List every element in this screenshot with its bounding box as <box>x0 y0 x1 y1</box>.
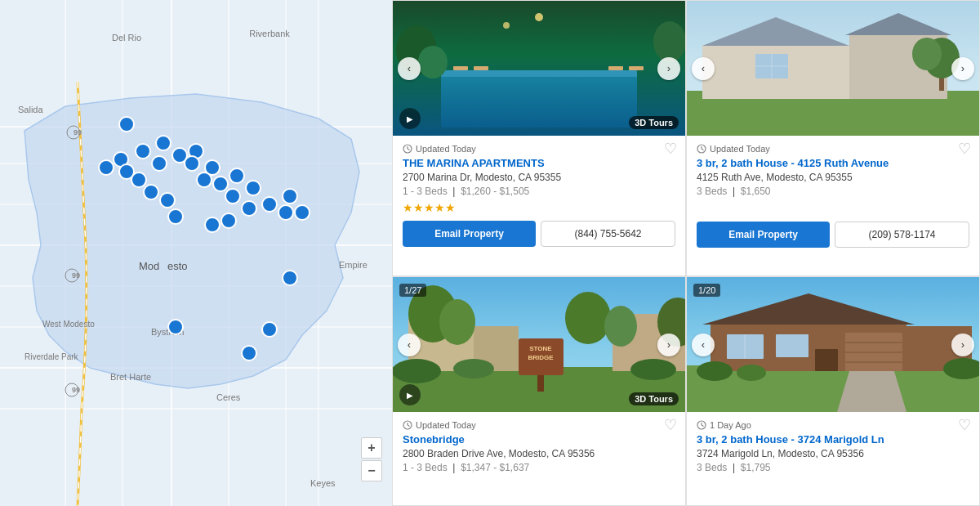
map-zoom-controls: + − <box>361 437 382 481</box>
svg-line-99 <box>702 149 704 150</box>
svg-point-96 <box>912 38 942 70</box>
svg-text:Riverdale Park: Riverdale Park <box>24 352 79 361</box>
svg-line-79 <box>408 149 410 150</box>
svg-point-136 <box>697 361 733 381</box>
updated-marina: Updated Today <box>403 144 675 154</box>
play-button-stonebridge[interactable]: ▶ <box>399 384 421 405</box>
listing-title-marina[interactable]: THE MARINA APARTMENTS <box>403 157 675 169</box>
listing-image-marigold: 1/20 ‹ › <box>687 277 979 412</box>
listing-title-stonebridge[interactable]: Stonebridge <box>403 433 675 446</box>
svg-marker-132 <box>837 371 906 412</box>
next-arrow-ruth[interactable]: › <box>951 57 974 80</box>
zoom-out-button[interactable]: − <box>361 460 382 481</box>
listing-address-stonebridge: 2800 Braden Drive Ave, Modesto, CA 95356 <box>403 448 675 459</box>
prev-arrow-stonebridge[interactable]: ‹ <box>398 334 421 356</box>
svg-text:Empire: Empire <box>339 260 368 270</box>
listing-actions-ruth: Email Property (209) 578-1174 <box>697 222 969 248</box>
svg-point-54 <box>278 205 293 220</box>
favorite-button-stonebridge[interactable]: ♡ <box>664 416 677 434</box>
svg-rect-71 <box>453 66 468 70</box>
svg-text:99: 99 <box>72 271 80 280</box>
svg-text:Ceres: Ceres <box>216 392 241 402</box>
listing-image-ruth: ‹ › <box>687 1 979 136</box>
next-arrow-stonebridge[interactable]: › <box>657 334 680 356</box>
svg-point-110 <box>439 299 475 345</box>
svg-point-57 <box>160 193 175 208</box>
listing-card-marina: ‹ › ▶ 3D Tours ♡ Updated Today THE MARIN… <box>392 0 686 276</box>
svg-rect-74 <box>629 66 644 70</box>
phone-button-ruth[interactable]: (209) 578-1174 <box>835 222 969 248</box>
listing-beds-price-marigold: 3 Beds | $1,795 <box>697 462 969 473</box>
svg-point-52 <box>283 189 297 204</box>
next-arrow-marina[interactable]: › <box>657 57 680 80</box>
email-property-button-ruth[interactable]: Email Property <box>697 222 830 248</box>
listing-title-ruth[interactable]: 3 br, 2 bath House - 4125 Ruth Avenue <box>697 157 969 169</box>
svg-point-37 <box>152 156 167 171</box>
svg-text:BRIDGE: BRIDGE <box>528 354 554 361</box>
svg-point-60 <box>221 213 236 228</box>
svg-text:Del Rio: Del Rio <box>112 33 141 43</box>
svg-point-137 <box>737 365 766 381</box>
map-container: 99 99 99 Del Rio Riverbank Salida Mod es… <box>0 0 392 506</box>
listing-info-marina: Updated Today THE MARINA APARTMENTS 2700… <box>393 136 685 257</box>
play-button-marina[interactable]: ▶ <box>399 108 421 129</box>
clock-icon-ruth <box>697 144 706 154</box>
listing-title-marigold[interactable]: 3 br, 2 bath House - 3724 Marigold Ln <box>697 433 969 446</box>
listing-address-ruth: 4125 Ruth Ave, Modesto, CA 95355 <box>697 172 969 183</box>
svg-point-70 <box>418 46 448 78</box>
svg-text:STONE: STONE <box>529 345 552 352</box>
favorite-button-marina[interactable]: ♡ <box>664 140 677 158</box>
svg-text:Mod: Mod <box>139 260 159 272</box>
favorite-button-ruth[interactable]: ♡ <box>958 140 971 158</box>
svg-text:99: 99 <box>74 128 82 137</box>
prev-arrow-marigold[interactable]: ‹ <box>692 334 715 356</box>
svg-text:99: 99 <box>72 386 80 394</box>
listing-info-stonebridge: Updated Today Stonebridge 2800 Braden Dr… <box>393 412 685 487</box>
svg-point-58 <box>168 209 183 224</box>
svg-text:Keyes: Keyes <box>310 478 336 488</box>
svg-rect-72 <box>474 66 488 70</box>
svg-point-36 <box>136 144 150 159</box>
svg-point-55 <box>131 172 146 187</box>
svg-point-111 <box>565 292 611 344</box>
next-arrow-marigold[interactable]: › <box>951 334 974 356</box>
svg-point-69 <box>653 21 685 62</box>
svg-point-114 <box>393 359 441 383</box>
phone-button-marina[interactable]: (844) 755-5642 <box>541 221 675 247</box>
svg-point-62 <box>168 320 183 334</box>
favorite-button-marigold[interactable]: ♡ <box>958 416 971 434</box>
svg-text:Bret Harte: Bret Harte <box>110 372 151 382</box>
svg-point-49 <box>225 189 240 204</box>
listing-card-ruth: ‹ › ♡ Updated Today 3 br, 2 bath House -… <box>686 0 980 276</box>
listing-card-stonebridge: STONE BRIDGE 1/27 ‹ › ▶ <box>392 276 686 506</box>
svg-point-75 <box>535 13 543 21</box>
svg-point-43 <box>185 156 199 171</box>
badge-3d-stonebridge: 3D Tours <box>629 392 679 405</box>
svg-rect-67 <box>441 70 637 77</box>
svg-point-76 <box>503 22 510 29</box>
prev-arrow-ruth[interactable]: ‹ <box>692 57 715 80</box>
clock-icon-stonebridge <box>403 420 412 430</box>
svg-point-53 <box>295 205 310 220</box>
clock-icon-marigold <box>697 420 706 430</box>
svg-point-50 <box>242 201 256 216</box>
listing-stars-marina: ★★★★★ <box>403 201 675 214</box>
svg-text:Riverbank: Riverbank <box>249 29 290 38</box>
email-property-button-marina[interactable]: Email Property <box>403 221 536 247</box>
image-counter-stonebridge: 1/27 <box>399 284 426 297</box>
listing-image-marina: ‹ › ▶ 3D Tours <box>393 1 685 136</box>
svg-rect-131 <box>815 349 838 371</box>
svg-point-64 <box>242 346 256 360</box>
listing-beds-price-marina: 1 - 3 Beds | $1,260 - $1,505 <box>403 186 675 197</box>
prev-arrow-marina[interactable]: ‹ <box>398 57 421 80</box>
updated-ruth: Updated Today <box>697 144 969 154</box>
svg-text:Salida: Salida <box>18 105 43 114</box>
svg-point-48 <box>246 181 261 195</box>
listings-grid: ‹ › ▶ 3D Tours ♡ Updated Today THE MARIN… <box>392 0 980 506</box>
zoom-in-button[interactable]: + <box>361 437 382 459</box>
svg-point-46 <box>213 177 228 191</box>
svg-point-35 <box>156 136 171 150</box>
svg-point-116 <box>630 359 676 380</box>
updated-marigold: 1 Day Ago <box>697 420 969 430</box>
svg-point-56 <box>144 185 158 199</box>
